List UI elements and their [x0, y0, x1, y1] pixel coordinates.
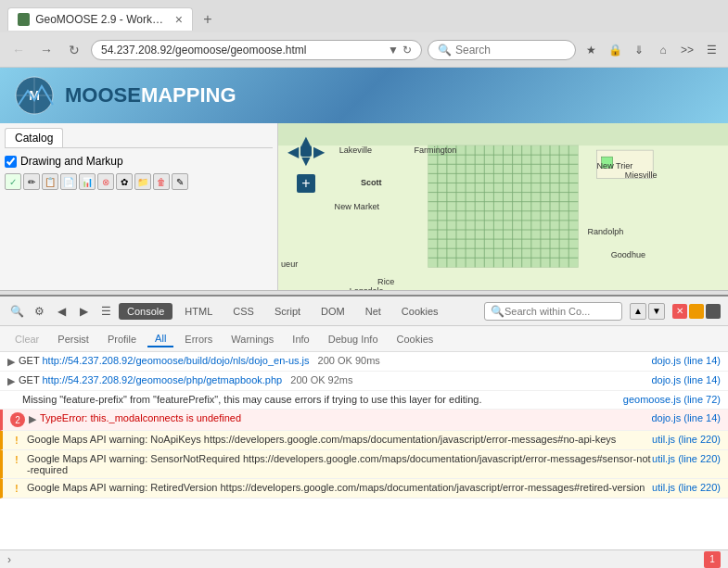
catalog-checkbox[interactable]	[5, 156, 17, 168]
tool-btn-7[interactable]: ✿	[116, 173, 133, 190]
log-row: ▶ GET http://54.237.208.92/geomoose/php/…	[0, 372, 728, 391]
tab-close-button[interactable]: ×	[175, 12, 183, 27]
sub-btn-profile[interactable]: Profile	[100, 332, 144, 347]
log-text: TypeError: this._modalconnects is undefi…	[40, 412, 651, 423]
status-error-count: 1	[704, 551, 721, 568]
bookmark-icon[interactable]: ▼	[388, 44, 399, 57]
log-row-warning: ! Google Maps API warning: RetiredVersio…	[0, 479, 728, 499]
tool-btn-6[interactable]: ⊗	[97, 173, 114, 190]
download-icon[interactable]: ⇓	[630, 41, 648, 59]
tool-btn-1[interactable]: ✓	[5, 173, 21, 190]
sub-btn-debug[interactable]: Debug Info	[321, 332, 386, 347]
tab-cookies[interactable]: Cookies	[393, 303, 447, 320]
star-icon[interactable]: ★	[581, 41, 600, 59]
shield-icon[interactable]: 🔒	[606, 41, 624, 59]
log-text: Google Maps API warning: NoApiKeys https…	[27, 434, 652, 445]
devtools-log-content: ▶ GET http://54.237.208.92/geomoose/buil…	[0, 352, 728, 549]
log-source[interactable]: dojo.js (line 14)	[651, 412, 721, 423]
log-link[interactable]: http://54.237.208.92/geomoose/build/dojo…	[42, 355, 309, 366]
sub-btn-warnings[interactable]: Warnings	[224, 332, 281, 347]
tool-btn-3[interactable]: 📋	[42, 173, 58, 190]
log-source[interactable]: geomoose.js (line 72)	[623, 394, 721, 405]
svg-text:Lonsdale: Lonsdale	[350, 286, 384, 290]
map-area[interactable]: Lakeville Farmington Scott New Market Ri…	[278, 123, 728, 290]
tool-btn-9[interactable]: 🗑	[153, 173, 170, 190]
url-bar[interactable]: 54.237.208.92/geomoose/geomoose.html ▼ ↻	[91, 40, 422, 60]
geomoose-logo: M MOOSEMAPPING	[9, 72, 236, 119]
tab-css[interactable]: CSS	[224, 303, 262, 320]
expand-icon[interactable]: ▶	[7, 375, 15, 387]
log-source[interactable]: dojo.js (line 14)	[651, 355, 721, 366]
close-orange-btn[interactable]	[689, 304, 704, 319]
url-text: 54.237.208.92/geomoose/geomoose.html	[101, 44, 388, 57]
expand-up-btn[interactable]: ▲	[630, 303, 646, 320]
log-text: Google Maps API warning: SensorNotRequir…	[27, 453, 652, 475]
nav-left-button[interactable]: ◀	[287, 143, 299, 160]
logo-mapping-text: MAPPING	[141, 83, 236, 107]
search-bar[interactable]: 🔍	[428, 40, 576, 60]
svg-text:Scott: Scott	[361, 178, 382, 187]
zoom-in-button[interactable]: +	[297, 174, 315, 193]
sub-btn-info[interactable]: Info	[285, 332, 316, 347]
svg-text:Lakeville: Lakeville	[339, 145, 372, 155]
warn-icon: !	[10, 434, 23, 447]
devtools-settings-button[interactable]: ⚙	[30, 302, 48, 321]
close-dark-btn[interactable]	[706, 304, 721, 319]
log-link[interactable]: http://54.237.208.92/geomoose/php/getmap…	[42, 374, 282, 385]
svg-text:Goodhue: Goodhue	[611, 250, 645, 259]
tool-btn-8[interactable]: 📁	[134, 173, 151, 190]
sub-btn-cookies[interactable]: Cookies	[390, 332, 441, 347]
devtools-search-input[interactable]	[504, 306, 616, 317]
more-icon[interactable]: >>	[678, 41, 696, 59]
log-row-error: 2 ▶ TypeError: this._modalconnects is un…	[0, 410, 728, 431]
svg-text:Rice: Rice	[377, 277, 394, 286]
log-source[interactable]: dojo.js (line 14)	[651, 374, 721, 385]
tab-net[interactable]: Net	[357, 303, 390, 320]
devtools-search-bar[interactable]: 🔍	[484, 302, 622, 321]
catalog-panel: Catalog Drawing and Markup ✓ ✏ 📋 📄 📊 ⊗ ✿…	[0, 123, 278, 290]
expand-icon[interactable]: ▶	[29, 413, 36, 425]
tab-html[interactable]: HTML	[176, 303, 221, 320]
tab-dom[interactable]: DOM	[313, 303, 353, 320]
search-input[interactable]	[455, 44, 566, 57]
close-red-btn[interactable]: ✕	[672, 304, 687, 319]
tool-btn-5[interactable]: 📊	[79, 173, 96, 190]
tab-console[interactable]: Console	[119, 303, 172, 320]
expand-icon[interactable]: ▶	[7, 356, 15, 368]
logo-text: MOOSEMAPPING	[65, 83, 236, 107]
sub-btn-all[interactable]: All	[147, 331, 173, 347]
log-row-warning: ! Google Maps API warning: SensorNotRequ…	[0, 450, 728, 479]
back-button[interactable]: ←	[7, 39, 30, 61]
tool-btn-2[interactable]: ✏	[23, 173, 40, 190]
log-text: GET http://54.237.208.92/geomoose/build/…	[19, 355, 651, 366]
menu-icon[interactable]: ☰	[702, 41, 721, 59]
tab-script[interactable]: Script	[266, 303, 309, 320]
sub-btn-persist[interactable]: Persist	[50, 332, 96, 347]
app-content: Catalog Drawing and Markup ✓ ✏ 📋 📄 📊 ⊗ ✿…	[0, 123, 728, 290]
forward-button[interactable]: →	[35, 39, 57, 61]
sub-btn-clear[interactable]: Clear	[7, 332, 46, 347]
svg-text:New Market: New Market	[335, 202, 380, 211]
refresh-icon[interactable]: ↻	[402, 44, 412, 57]
reload-button[interactable]: ↻	[63, 39, 85, 61]
devtools-panel: 🔍 ⚙ ◀ ▶ ☰ Console HTML CSS Script DOM Ne…	[0, 295, 728, 568]
tool-btn-10[interactable]: ✎	[172, 173, 188, 190]
log-source[interactable]: util.js (line 220)	[652, 453, 721, 464]
new-tab-button[interactable]: +	[197, 8, 219, 31]
home-icon[interactable]: ⌂	[654, 41, 672, 59]
log-source[interactable]: util.js (line 220)	[652, 482, 721, 493]
devtools-inspect-button[interactable]: 🔍	[7, 302, 26, 321]
sub-btn-errors[interactable]: Errors	[177, 332, 220, 347]
active-tab[interactable]: GeoMOOSE 2.9 - Workshop ×	[7, 7, 193, 31]
devtools-back-btn[interactable]: ◀	[52, 302, 70, 321]
devtools-fwd-btn[interactable]: ▶	[74, 302, 93, 321]
toolbar-icons: ★ 🔒 ⇓ ⌂ >> ☰	[581, 41, 721, 59]
catalog-tab[interactable]: Catalog	[5, 128, 63, 147]
log-source[interactable]: util.js (line 220)	[652, 434, 721, 445]
map-svg: Lakeville Farmington Scott New Market Ri…	[278, 123, 728, 290]
devtools-list-btn[interactable]: ☰	[96, 302, 115, 321]
expand-down-btn[interactable]: ▼	[648, 303, 665, 320]
tool-btn-4[interactable]: 📄	[60, 173, 77, 190]
nav-right-button[interactable]: ▶	[313, 143, 325, 160]
map-nav-control: ▲ ▼ ◀ ▶ +	[287, 133, 325, 193]
